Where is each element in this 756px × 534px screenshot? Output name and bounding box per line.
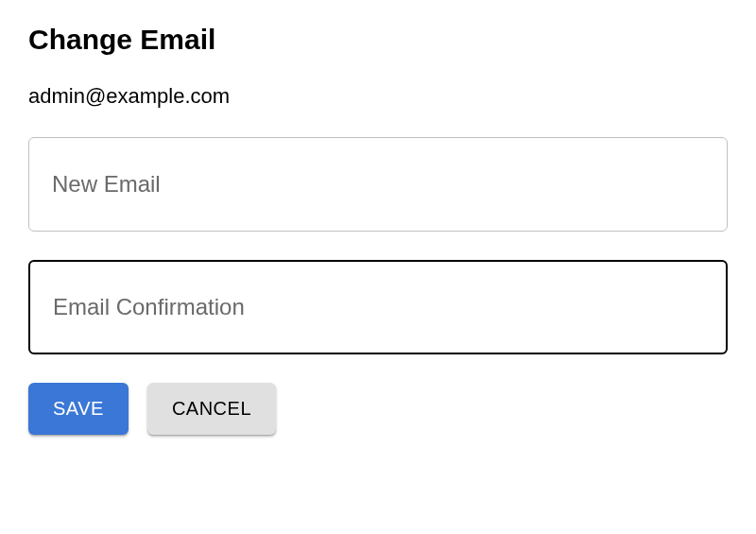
email-confirmation-input[interactable] (28, 260, 728, 354)
page-title: Change Email (28, 24, 728, 56)
cancel-button[interactable]: Cancel (147, 383, 276, 435)
button-row: Save Cancel (28, 383, 728, 435)
new-email-input[interactable] (28, 137, 728, 232)
current-email: admin@example.com (28, 84, 728, 109)
save-button[interactable]: Save (28, 383, 129, 435)
